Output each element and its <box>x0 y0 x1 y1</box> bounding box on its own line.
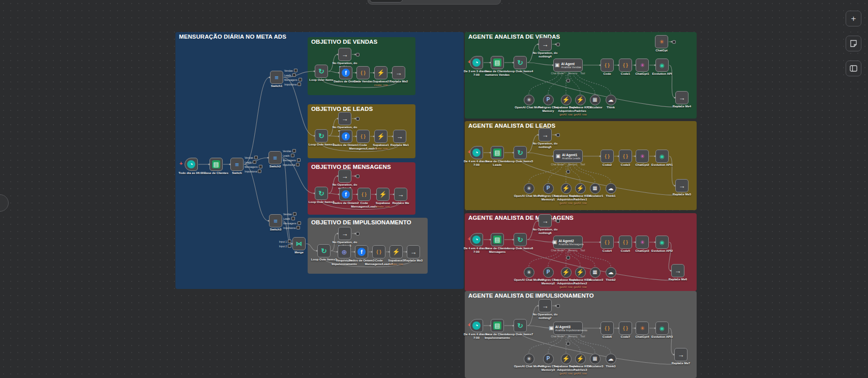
node-switch-1[interactable]: ≡Switch1VendasLeadsMensagensImpulsiona <box>270 71 283 84</box>
node-loop-am[interactable]: ↻Loop Over Items6 <box>514 233 527 246</box>
node-tool-al-3[interactable]: ⚡Supabase Dados Adquiridos1getAll: row <box>561 183 572 194</box>
node-tool-ai-1[interactable]: ✳OpenAI Chat Model3 <box>524 354 534 364</box>
node-loop-mensagens[interactable]: ↻Loop Over Items2 <box>315 187 328 200</box>
node-tool-am-2[interactable]: PPostgres Chat Memory2 <box>543 267 554 278</box>
node-replace-mensagens[interactable]: →Replace Me <box>394 188 407 201</box>
node-agent-ai[interactable]: ▣AI Agent3Analista ImpulsionamentoChat M… <box>553 322 583 335</box>
node-sheets-am[interactable]: ▤Base de Clientes Mensagens <box>491 233 504 246</box>
tab-editor[interactable]: Editor <box>369 0 402 3</box>
node-replace-am[interactable]: →Replace Me6 <box>671 264 684 277</box>
node-supabase-vendas[interactable]: ⚡Supabase2create: row <box>374 66 387 79</box>
node-loop-ai[interactable]: ↻Loop Over Items7 <box>514 319 527 332</box>
node-tool-ai-3[interactable]: ⚡Supabase Dados Adquiridos3getAll: row <box>561 354 572 364</box>
node-tool-am-5[interactable]: ▦Calculator2 <box>590 267 601 278</box>
node-supabase-leads[interactable]: ⚡Supabase1create: row <box>374 130 387 143</box>
node-merge[interactable]: ⋈MergeInput 1Input 2 <box>292 237 306 250</box>
node-replace-av[interactable]: →Replace Me4 <box>675 91 689 104</box>
node-fb-mensagens[interactable]: fDados de Ontem2 <box>339 188 352 201</box>
tab-evaluations[interactable]: Evaluations <box>450 0 499 3</box>
node-code-ai-2[interactable]: { }Code7 <box>619 322 632 335</box>
node-loop-av[interactable]: ↻Loop Over Items4 <box>514 56 527 69</box>
node-replace-ai[interactable]: →Replace Me7 <box>674 348 687 361</box>
node-tool-ai-2[interactable]: PPostgres Chat Memory3 <box>543 354 554 364</box>
node-code-al-1[interactable]: { }Code2 <box>601 150 614 163</box>
node-loop-leads[interactable]: ↻Loop Over Items1 <box>315 129 328 142</box>
node-tool-av-6[interactable]: ☁Think <box>606 95 616 105</box>
node-tool-av-1[interactable]: ✳OpenAI Chat Model <box>524 95 534 105</box>
node-tool-av-2[interactable]: PPostgres Chat Memory <box>543 95 554 105</box>
node-switch-main[interactable]: ≡SwitchVendasLeadsMensagensImpulsiona <box>230 158 244 171</box>
node-tool-al-5[interactable]: ▦Calculator1 <box>590 183 601 194</box>
node-globe-impulsionamento[interactable]: ⊕Requisição Impulsionamento <box>338 245 351 258</box>
node-code-av-2[interactable]: { }Code1 <box>619 59 632 72</box>
node-noop-al[interactable]: →No Operation, do nothing5 <box>538 128 552 141</box>
node-noop-vendas[interactable]: →No Operation, do nothing <box>338 48 351 61</box>
node-sheets-ai[interactable]: ▤Base de Clientes Impulsionamento <box>491 319 504 332</box>
node-fb-vendas[interactable]: fDados de Ontem <box>339 66 352 79</box>
node-chatgpt-top-av[interactable]: ✳ChatGpt <box>655 35 668 48</box>
node-replace-leads[interactable]: →Replace Me1 <box>393 130 406 143</box>
node-code-impulsionamento[interactable]: { }Code Mensagens/Leads2 <box>372 245 385 258</box>
node-code-al-2[interactable]: { }Code3 <box>619 150 632 163</box>
node-supabase-impulsionamento[interactable]: ⚡Supabase3create: row <box>390 245 403 258</box>
node-agent-am[interactable]: ▣AI Agent2Analista MensagensChat Model*M… <box>553 236 583 249</box>
node-sheets-base-clientes[interactable]: ▤Base de Clientes <box>209 158 223 171</box>
node-sheets-al[interactable]: ▤Base de Clientes Leads <box>491 146 504 159</box>
node-switch-3[interactable]: ≡Switch3VendasLeadsMensagensImpulsiona <box>269 214 282 227</box>
node-noop-ai[interactable]: →No Operation, do nothing7 <box>538 299 552 312</box>
node-chatgpt-am[interactable]: ✳ChatGpt3 <box>636 236 649 249</box>
node-code-av-1[interactable]: { }Code <box>601 59 614 72</box>
node-replace-vendas[interactable]: →Replace Me2 <box>392 66 405 79</box>
node-supabase-mensagens[interactable]: ⚡Supabasecreate: row <box>376 188 390 201</box>
add-sticky-button[interactable] <box>846 36 861 51</box>
node-code-leads[interactable]: { }Code Mensagens/Leads1 <box>356 130 370 143</box>
node-evolution-am[interactable]: ◉Evolution API2 <box>655 236 669 249</box>
workflow-canvas[interactable]: { "tabs": { "items": [ {"label": "Editor… <box>0 0 868 378</box>
node-code-am-1[interactable]: { }Code4 <box>601 236 614 249</box>
node-trigger-av[interactable]: ◔De 3 em 3 dias as 7:00 <box>470 56 483 69</box>
node-trigger-al[interactable]: ◔De 4 em 4 dias as 7:00 <box>470 146 483 159</box>
node-tool-ai-5[interactable]: ▦Calculator3 <box>590 354 601 364</box>
node-replace-al[interactable]: →Replace Me5 <box>675 179 689 192</box>
node-chatgpt-ai[interactable]: ✳ChatGpt4 <box>636 322 649 335</box>
node-noop-av[interactable]: →No Operation, do nothing4 <box>538 38 552 51</box>
node-code-vendas[interactable]: { }Code Vendas <box>356 66 370 79</box>
node-code-am-2[interactable]: { }Code5 <box>619 236 632 249</box>
node-tool-al-1[interactable]: ✳OpenAI Chat Model1 <box>524 183 534 194</box>
node-trigger-ai[interactable]: ◔De 4 em 4 dias as 7:00 <box>470 319 483 332</box>
node-loop-al[interactable]: ↻Loop Over Items5 <box>514 146 527 159</box>
tab-executions[interactable]: Executions <box>403 0 450 3</box>
node-tool-am-3[interactable]: ⚡Supabase Dados Adquiridos2getAll: row <box>561 267 572 278</box>
node-evolution-al[interactable]: ◉Evolution API1 <box>655 150 669 163</box>
node-fb-leads[interactable]: fDados de Ontem1 <box>339 130 352 143</box>
node-tool-al-6[interactable]: ☁Think1 <box>606 183 616 194</box>
node-agent-al[interactable]: ▣AI Agent1Analista LeadsChat Model*Memor… <box>553 150 583 163</box>
toggle-panel-button[interactable] <box>846 61 861 76</box>
node-evolution-ai[interactable]: ◉Evolution API3 <box>655 322 669 335</box>
node-loop-impulsionamento[interactable]: ↻Loop Over Items3 <box>317 244 331 257</box>
node-evolution-av[interactable]: ◉Evolution API <box>655 59 669 72</box>
node-switch-2[interactable]: ≡Switch2VendasLeadsMensagensImpulsiona <box>268 151 282 164</box>
node-chatgpt-al[interactable]: ✳ChatGpt2 <box>636 150 649 163</box>
node-sheets-av[interactable]: ▤Base de Clientes: numeros Vendas <box>491 56 504 69</box>
node-code-ai-1[interactable]: { }Code6 <box>601 322 614 335</box>
node-trigger-am[interactable]: ◔De 4 em 4 dias as 7:00 <box>470 233 483 246</box>
node-tool-ai-4[interactable]: ⚡Supabase KPIS Padrões3getAll: row <box>575 354 586 364</box>
node-replace-impulsionamento[interactable]: →Replace Me3 <box>407 245 420 258</box>
node-tool-av-3[interactable]: ⚡Supabase Dados AdquiridosgetAll: row <box>561 95 572 105</box>
node-noop-mensagens[interactable]: →No Operation, do nothing2 <box>338 169 351 183</box>
node-noop-leads[interactable]: →No Operation, do nothing1 <box>338 112 351 125</box>
node-noop-impulsionamento[interactable]: →No Operation, do nothing3 <box>338 227 351 240</box>
node-tool-av-4[interactable]: ⚡Supabase KPIS PadrõesgetAll: row <box>575 95 586 105</box>
node-chatgpt-av[interactable]: ✳ChatGpt1 <box>636 59 649 72</box>
add-node-button[interactable]: + <box>846 11 861 26</box>
node-tool-ai-6[interactable]: ☁Think3 <box>606 354 616 364</box>
node-tool-am-6[interactable]: ☁Think2 <box>606 267 616 278</box>
node-tool-al-2[interactable]: PPostgres Chat Memory1 <box>543 183 554 194</box>
node-agent-av[interactable]: ▣AI AgentAnalista VendasChat Model*Memor… <box>553 59 583 72</box>
node-tool-am-1[interactable]: ✳OpenAI Chat Model2 <box>524 267 534 278</box>
node-trigger-todo-dia[interactable]: ◔Todo dia as 06:00 <box>185 158 198 171</box>
node-code-mensagens[interactable]: { }Code Mensagens/Leads <box>357 188 371 201</box>
node-loop-vendas[interactable]: ↻Loop Over Items <box>315 65 328 78</box>
node-tool-av-5[interactable]: ▦Calculator <box>590 95 601 105</box>
